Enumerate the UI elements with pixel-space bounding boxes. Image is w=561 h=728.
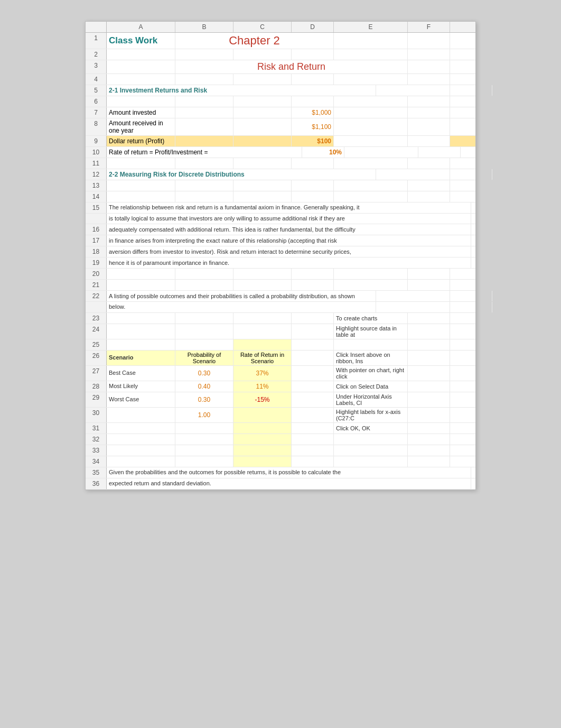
cell-8f	[408, 118, 450, 135]
row-num-7: 7	[86, 107, 107, 118]
worst-case-rate: -15%	[255, 396, 269, 403]
cell-24c	[233, 324, 292, 339]
cell-25a	[107, 339, 175, 350]
cell-30e: Highlight labels for x-axis (C27:C	[334, 408, 408, 422]
cell-2e	[334, 49, 408, 60]
cell-10f	[418, 147, 461, 158]
cell-34b	[175, 456, 233, 467]
cell-34e	[334, 456, 408, 467]
cell-9d[interactable]: $100	[292, 136, 334, 146]
cell-21c	[233, 280, 292, 290]
cell-11d	[292, 158, 334, 169]
cell-9f	[408, 136, 450, 146]
prob-header: Probability of Scenario	[177, 352, 231, 364]
cell-25b	[175, 339, 233, 350]
cell-29d	[292, 392, 334, 407]
cell-32d	[292, 434, 334, 445]
row-30: 30 1.00 Highlight labels for x-axis (C27…	[86, 408, 475, 423]
cell-12-abcde: 2-2 Measuring Risk for Discrete Distribu…	[107, 169, 376, 180]
cell-28-prob[interactable]: 0.40	[175, 381, 233, 392]
cell-18-body: aversion differs from investor to invest…	[107, 246, 471, 257]
cell-27-prob[interactable]: 0.30	[175, 366, 233, 381]
cell-34f	[408, 456, 450, 467]
row-num-12: 12	[86, 169, 107, 180]
instruction-28: Click on Select Data	[336, 383, 388, 390]
cell-31f	[408, 423, 450, 434]
row-num-22b	[86, 302, 107, 312]
row-2: 2	[86, 49, 475, 60]
body-text-17: in finance arises from interpreting the …	[109, 237, 337, 245]
cell-20f	[408, 269, 450, 279]
cell-16-body: adequately compensated with additional r…	[107, 224, 471, 235]
cell-25c	[233, 339, 292, 350]
row-num-20: 20	[86, 269, 107, 279]
row-11: 11	[86, 158, 475, 169]
row-num-27: 27	[86, 366, 107, 381]
cell-28e: Click on Select Data	[334, 381, 408, 392]
cell-2d	[292, 49, 334, 60]
cell-25d	[292, 339, 334, 350]
cell-21d	[292, 280, 334, 290]
cell-33a	[107, 445, 175, 456]
row-35: 35 Given the probabilities and the outco…	[86, 467, 475, 478]
cell-14f	[408, 191, 450, 202]
row-num-25: 25	[86, 339, 107, 350]
cell-24f	[408, 324, 450, 339]
row-19: 19 hence it is of paramount importance i…	[86, 257, 475, 269]
row-num-1: 1	[86, 33, 107, 49]
cell-6c	[233, 96, 292, 107]
cell-8c	[233, 118, 292, 135]
row-num-35: 35	[86, 467, 107, 478]
row-num-34: 34	[86, 456, 107, 467]
row-22b: below.	[86, 302, 475, 312]
cell-9c	[233, 136, 292, 146]
cell-1a[interactable]: Class Work	[107, 33, 175, 49]
cell-29-scenario: Worst Case	[107, 392, 175, 407]
row-22: 22 A listing of possible outcomes and th…	[86, 291, 475, 302]
row-14: 14	[86, 191, 475, 202]
instruction-29: Under Horizontal Axis Labels, Cl	[336, 393, 405, 406]
total-prob: 1.00	[198, 411, 210, 419]
cell-7d[interactable]: $1,000	[292, 107, 334, 118]
cell-27-rate[interactable]: 37%	[233, 366, 292, 381]
cell-22-body: A listing of possible outcomes and their…	[107, 291, 376, 301]
cell-20a	[107, 269, 175, 279]
most-likely-rate: 11%	[256, 383, 268, 390]
body-text-22: A listing of possible outcomes and their…	[109, 292, 355, 300]
body-text-36: expected return and standard deviation.	[109, 480, 211, 487]
cell-31c	[233, 423, 292, 434]
most-likely-prob: 0.40	[198, 383, 210, 390]
cell-24e: Highlight source data in table at	[334, 324, 408, 339]
cell-4d	[292, 74, 334, 85]
row-num-24: 24	[86, 324, 107, 339]
instruction-26: Click Insert above on ribbon, Ins	[336, 352, 405, 364]
col-header-a: A	[107, 22, 175, 32]
cell-20d	[292, 269, 334, 279]
cell-2a	[107, 49, 175, 60]
cell-31b	[175, 423, 233, 434]
cell-3bcde: Risk and Return	[175, 60, 408, 73]
chapter-title: Chapter 2	[229, 34, 280, 48]
row-num-30: 30	[86, 408, 107, 422]
cell-10d[interactable]: 10%	[302, 147, 344, 158]
cell-33e	[334, 445, 408, 456]
cell-10e	[344, 147, 418, 158]
cell-29-prob[interactable]: 0.30	[175, 392, 233, 407]
column-headers: A B C D E F	[86, 22, 475, 33]
cell-22e	[376, 291, 450, 301]
classwork-label: Class Work	[109, 35, 157, 46]
cell-34c	[233, 456, 292, 467]
cell-26-rate: Rate of Return in Scenario	[233, 351, 292, 365]
cell-26d	[292, 351, 334, 365]
cell-3f	[408, 60, 450, 73]
cell-29-rate[interactable]: -15%	[233, 392, 292, 407]
cell-30-prob[interactable]: 1.00	[175, 408, 233, 422]
cell-20c	[233, 269, 292, 279]
cell-8d[interactable]: $1,100	[292, 118, 334, 135]
cell-21e	[334, 280, 408, 290]
row-num-10: 10	[86, 147, 107, 158]
cell-14a	[107, 191, 175, 202]
cell-5f	[450, 85, 492, 96]
cell-23f	[408, 313, 450, 324]
cell-28-rate[interactable]: 11%	[233, 381, 292, 392]
